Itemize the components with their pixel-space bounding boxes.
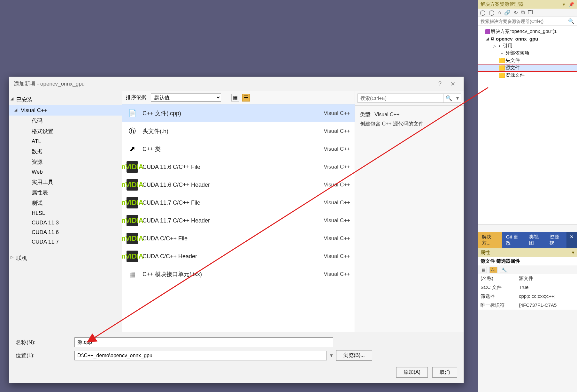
template-row[interactable]: ▦C++ 模块接口单元(.ixx)Visual C++ — [122, 265, 355, 283]
template-name: CUDA 11.7 C/C++ File — [142, 200, 301, 206]
nvidia-icon: nVIDIA — [127, 179, 138, 191]
home-icon[interactable]: ⌂ — [498, 10, 501, 16]
template-name: 头文件(.h) — [142, 127, 301, 135]
category-HLSL[interactable]: HLSL — [9, 208, 122, 218]
category-CUDA 11.6[interactable]: CUDA 11.6 — [9, 228, 122, 237]
alphabetical-icon[interactable]: A↓ — [489, 267, 497, 273]
h-icon: ⓗ — [127, 125, 138, 137]
project-node[interactable]: ◢⧉opencv_onnx_gpu — [478, 35, 577, 42]
solution-explorer-titlebar: 解决方案资源管理器 ▾ 📌 — [478, 0, 577, 9]
template-name: C++ 模块接口单元(.ixx) — [142, 270, 301, 278]
solution-search: 🔍 — [478, 17, 577, 26]
location-input[interactable] — [74, 351, 327, 360]
installed-node[interactable]: ◢已安装 — [9, 94, 122, 105]
solution-search-input[interactable] — [478, 17, 565, 26]
tab-solution[interactable]: 解决方... — [478, 232, 502, 248]
category-ATL[interactable]: ATL — [9, 137, 122, 146]
close-icon[interactable]: ✕ — [446, 80, 459, 87]
solution-tree: 🟪解决方案"opencv_onnx_gpu"(1 ◢⧉opencv_onnx_g… — [478, 26, 577, 81]
template-area: 排序依据: 默认值 ▦ ☰ 📄C++ 文件(.cpp)Visual C++ⓗ头文… — [122, 91, 355, 332]
solution-root[interactable]: 🟪解决方案"opencv_onnx_gpu"(1 — [478, 28, 577, 35]
refresh-icon[interactable]: ↻ — [514, 10, 518, 16]
help-icon[interactable]: ? — [434, 80, 446, 87]
category-数据[interactable]: 数据 — [9, 146, 122, 157]
category-代码[interactable]: 代码 — [9, 116, 122, 126]
panel-title-glyphs: ▾ 📌 — [561, 2, 574, 7]
property-row[interactable]: 筛选器cpp;c;cc;cxx;c++; — [478, 292, 577, 301]
visual-cpp-node[interactable]: ◢Visual C++ — [9, 105, 122, 116]
category-CUDA 11.7[interactable]: CUDA 11.7 — [9, 237, 122, 247]
category-tree: ◢已安装 ◢Visual C++ 代码格式设置ATL数据资源Web实用工具属性表… — [9, 91, 122, 332]
category-CUDA 11.3[interactable]: CUDA 11.3 — [9, 218, 122, 228]
dropdown-icon[interactable]: ▾ — [330, 352, 333, 359]
template-row[interactable]: nVIDIACUDA C/C++ FileVisual C++ — [122, 230, 355, 247]
category-实用工具[interactable]: 实用工具 — [9, 177, 122, 187]
resources-node[interactable]: 🟨资源文件 — [478, 72, 577, 79]
category-测试[interactable]: 测试 — [9, 198, 122, 208]
name-input[interactable] — [74, 337, 333, 347]
nvidia-icon: nVIDIA — [127, 161, 138, 173]
template-row[interactable]: nVIDIACUDA 11.6 C/C++ FileVisual C++ — [122, 158, 355, 176]
properties-grid: (名称)源文件SCC 文件True筛选器cpp;c;cc;cxx;c++;唯一标… — [478, 274, 577, 310]
browse-button[interactable]: 浏览(B)... — [336, 350, 372, 361]
template-platform: Visual C++ — [305, 253, 350, 260]
tab-git-changes[interactable]: Git 更改 — [502, 232, 525, 248]
category-格式设置[interactable]: 格式设置 — [9, 126, 122, 137]
properties-icon[interactable]: 🗔 — [528, 10, 533, 16]
view-list-icon[interactable]: ☰ — [242, 94, 250, 102]
category-属性表[interactable]: 属性表 — [9, 187, 122, 198]
mod-icon: ▦ — [127, 268, 138, 280]
back-icon[interactable]: ◯ — [480, 10, 486, 16]
forward-icon[interactable]: ◯ — [489, 10, 495, 16]
search-icon[interactable]: 🔍 — [565, 17, 577, 26]
property-row[interactable]: (名称)源文件 — [478, 274, 577, 283]
sort-bar: 排序依据: 默认值 ▦ ☰ — [122, 91, 355, 104]
template-search: 🔍 ▾ — [358, 94, 461, 103]
category-Web[interactable]: Web — [9, 167, 122, 177]
sync-icon[interactable]: 🔗 — [504, 10, 511, 16]
location-label: 位置(L): — [16, 352, 70, 359]
categorized-icon[interactable]: ▦ — [480, 267, 487, 273]
tab-resource-view[interactable]: 资源视 — [546, 232, 566, 248]
template-row[interactable]: nVIDIACUDA 11.7 C/C++ HeaderVisual C++ — [122, 212, 355, 230]
template-row[interactable]: ⬈C++ 类Visual C++ — [122, 140, 355, 158]
solution-explorer-title: 解决方案资源管理器 — [481, 1, 524, 7]
properties-titlebar: 属性 ▾ — [478, 248, 577, 257]
dialog-bottom: 名称(N): 位置(L): ▾ 浏览(B)... 添加(A) 取消 — [9, 332, 464, 383]
template-row[interactable]: nVIDIACUDA 11.6 C/C++ HeaderVisual C++ — [122, 176, 355, 194]
class-icon: ⬈ — [127, 143, 138, 155]
properties-subtitle: 源文件 筛选器属性 — [478, 257, 577, 266]
solution-toolbar: ◯ ◯ ⌂ 🔗 ↻ ⧉ 🗔 — [478, 9, 577, 17]
online-node[interactable]: ▷联机 — [9, 253, 122, 264]
tabs-close-icon[interactable]: ✕ — [566, 232, 577, 248]
collapse-icon[interactable]: ⧉ — [521, 10, 525, 16]
dropdown-icon[interactable]: ▾ — [572, 250, 574, 256]
template-list: 📄C++ 文件(.cpp)Visual C++ⓗ头文件(.h)Visual C+… — [122, 104, 355, 332]
dropdown-icon[interactable]: ▾ — [454, 94, 461, 102]
panel-bottom-tabs: 解决方... Git 更改 类视图 资源视 ✕ — [478, 232, 577, 248]
add-button[interactable]: 添加(A) — [396, 367, 428, 378]
ext-deps-node[interactable]: ▫外部依赖项 — [478, 49, 577, 57]
property-row[interactable]: SCC 文件True — [478, 283, 577, 292]
tab-class-view[interactable]: 类视图 — [525, 232, 546, 248]
template-search-input[interactable] — [358, 94, 443, 102]
sort-select[interactable]: 默认值 — [151, 94, 221, 102]
template-row[interactable]: nVIDIACUDA 11.7 C/C++ FileVisual C++ — [122, 194, 355, 212]
cancel-button[interactable]: 取消 — [432, 367, 457, 378]
sources-node[interactable]: 🟨源文件 — [478, 64, 577, 72]
view-grid-icon[interactable]: ▦ — [231, 94, 239, 102]
wrench-icon[interactable]: 🔧 — [500, 267, 508, 273]
template-row[interactable]: 📄C++ 文件(.cpp)Visual C++ — [122, 104, 355, 122]
tree-scrollbar[interactable] — [478, 224, 577, 232]
property-row[interactable]: 唯一标识符{4FC737F1-C7A5 — [478, 301, 577, 310]
template-row[interactable]: ⓗ头文件(.h)Visual C++ — [122, 122, 355, 140]
pin-icon[interactable]: 📌 — [568, 2, 574, 7]
template-row[interactable]: nVIDIACUDA C/C++ HeaderVisual C++ — [122, 247, 355, 265]
refs-node[interactable]: ▷▪引用 — [478, 42, 577, 49]
search-icon[interactable]: 🔍 — [443, 94, 454, 102]
category-资源[interactable]: 资源 — [9, 157, 122, 167]
headers-node[interactable]: 🟨头文件 — [478, 57, 577, 64]
template-platform: Visual C++ — [305, 200, 350, 206]
dropdown-icon[interactable]: ▾ — [563, 2, 565, 7]
add-new-item-dialog: 添加新项 - opencv_onnx_gpu ? ✕ ◢已安装 ◢Visual … — [9, 77, 464, 383]
